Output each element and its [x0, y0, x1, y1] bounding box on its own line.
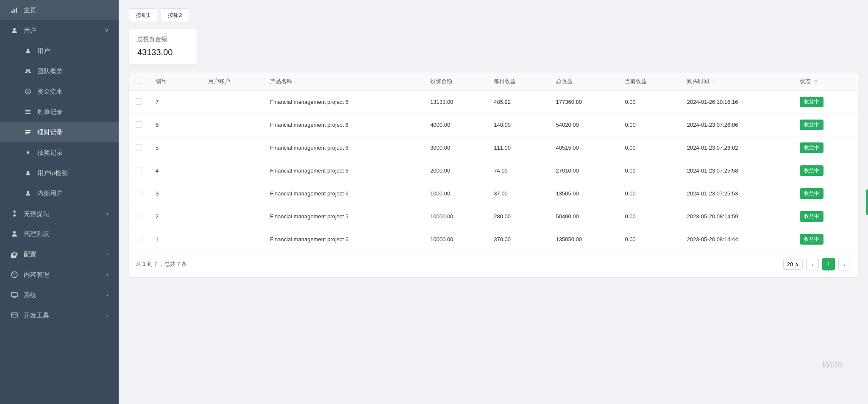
svg-rect-2 [16, 8, 17, 13]
row-daily: 148.00 [487, 114, 549, 137]
status-badge[interactable]: 收益中 [800, 234, 823, 245]
row-checkbox-cell[interactable] [129, 205, 149, 228]
svg-rect-0 [11, 11, 13, 13]
table-header-id[interactable]: 编号 ↑ [149, 72, 201, 91]
status-badge[interactable]: 收益中 [800, 97, 823, 107]
sidebar-item-system[interactable]: 系统 ‹ [0, 285, 119, 305]
row-status[interactable]: 收益中 [793, 91, 858, 114]
row-account [201, 205, 263, 228]
row-id: 2 [149, 205, 201, 228]
row-checkbox-cell[interactable] [129, 137, 149, 159]
sidebar-item-finance[interactable]: 理财记录 [0, 122, 119, 142]
row-checkbox[interactable] [136, 121, 142, 128]
row-account [201, 137, 263, 159]
row-time: 2023-05-20 08:14:44 [680, 228, 793, 251]
row-checkbox[interactable] [136, 98, 142, 105]
sidebar-item-recharge[interactable]: 充值提现 ‹ [0, 203, 119, 224]
row-total: 27010.00 [549, 159, 618, 182]
row-product: Financial management project 6 [263, 137, 423, 159]
sidebar-item-internal[interactable]: 内部用户 [0, 183, 119, 203]
row-account [201, 91, 263, 114]
select-all-checkbox[interactable] [136, 78, 142, 84]
sidebar-item-devtools-label: 开发工具 [24, 312, 102, 320]
row-status[interactable]: 收益中 [793, 159, 858, 182]
status-badge[interactable]: 收益中 [800, 142, 823, 153]
user-single-icon [24, 47, 32, 55]
table-header-product: 产品名称 [263, 72, 423, 91]
sidebar-item-devtools[interactable]: 开发工具 ‹ [0, 305, 119, 326]
row-total: 50400.00 [549, 205, 618, 228]
row-checkbox[interactable] [136, 213, 142, 219]
sidebar-item-recharge-label: 充值提现 [24, 210, 102, 218]
row-product: Financial management project 6 [263, 91, 423, 114]
table-header-time[interactable]: 购买时间 ↑ [680, 72, 793, 91]
row-account [201, 228, 263, 251]
action-btn-1[interactable]: 按钮1 [129, 8, 157, 22]
row-checkbox[interactable] [136, 236, 142, 242]
row-total: 135050.00 [549, 228, 618, 251]
row-amount: 2000.00 [423, 159, 487, 182]
svg-point-6 [28, 69, 30, 71]
row-amount: 10000.00 [423, 228, 487, 251]
row-total: 177360.80 [549, 91, 618, 114]
table-row: 7 Financial management project 6 13133.0… [129, 91, 858, 114]
table-header-status[interactable]: 状态 ▽ [793, 72, 858, 91]
sidebar-item-fund[interactable]: ¥ 资金流水 [0, 81, 119, 102]
prev-page-btn[interactable]: ‹ [806, 258, 819, 270]
svg-text:?: ? [13, 273, 16, 277]
page-1-btn[interactable]: 1 [822, 258, 835, 270]
row-checkbox-cell[interactable] [129, 91, 149, 114]
table-header-checkbox[interactable] [129, 72, 149, 91]
row-checkbox-cell[interactable] [129, 159, 149, 182]
sidebar-item-lottery[interactable]: 抽奖记录 [0, 142, 119, 163]
status-badge[interactable]: 收益中 [800, 188, 823, 199]
sidebar-item-config[interactable]: 配置 ‹ [0, 244, 119, 265]
stats-card-label: 总投资金额 [137, 36, 188, 43]
stats-card-value: 43133.00 [137, 47, 188, 57]
sidebar-item-home[interactable]: 主页 [0, 0, 119, 20]
svg-point-16 [27, 191, 29, 193]
row-status[interactable]: 收益中 [793, 137, 858, 159]
page-size-select[interactable]: 20 ∧ [783, 259, 803, 270]
filter-icon-status: ▽ [814, 79, 817, 84]
row-id: 6 [149, 114, 201, 137]
row-current: 0.00 [618, 159, 680, 182]
svg-rect-14 [25, 134, 29, 134]
row-status[interactable]: 收益中 [793, 205, 858, 228]
agent-icon [10, 230, 19, 238]
sidebar-item-agent[interactable]: 代理列表 [0, 224, 119, 244]
table-row: 3 Financial management project 6 1000.00… [129, 182, 858, 205]
row-product: Financial management project 6 [263, 114, 423, 137]
next-page-btn[interactable]: › [838, 258, 851, 270]
row-checkbox-cell[interactable] [129, 114, 149, 137]
row-checkbox[interactable] [136, 144, 142, 150]
row-checkbox-cell[interactable] [129, 228, 149, 251]
row-status[interactable]: 收益中 [793, 228, 858, 251]
row-current: 0.00 [618, 228, 680, 251]
table-header-amount: 投资金额 [423, 72, 487, 91]
status-badge[interactable]: 收益中 [800, 165, 823, 176]
row-amount: 3000.00 [423, 137, 487, 159]
status-badge[interactable]: 收益中 [800, 211, 823, 222]
row-amount: 13133.00 [423, 91, 487, 114]
row-time: 2024-01-23 07:26:06 [680, 114, 793, 137]
row-checkbox-cell[interactable] [129, 182, 149, 205]
sort-icon-time: ↑ [712, 79, 715, 84]
table-row: 5 Financial management project 6 3000.00… [129, 137, 858, 159]
sidebar-item-user-group[interactable]: 用户 ∨ [0, 20, 119, 41]
sidebar-item-team[interactable]: 团队概览 [0, 61, 119, 81]
sidebar-item-ip[interactable]: 用户ip检测 [0, 163, 119, 183]
row-status[interactable]: 收益中 [793, 182, 858, 205]
action-btn-2[interactable]: 按钮2 [161, 8, 189, 22]
sidebar-item-config-label: 配置 [24, 251, 102, 259]
sidebar-item-swipe[interactable]: 刷单记录 [0, 102, 119, 122]
row-time: 2024-01-23 07:25:53 [680, 182, 793, 205]
table-row: 6 Financial management project 6 4000.00… [129, 114, 858, 137]
row-checkbox[interactable] [136, 190, 142, 196]
sidebar-item-user[interactable]: 用户 [0, 41, 119, 61]
lottery-icon [24, 148, 32, 157]
row-checkbox[interactable] [136, 167, 142, 173]
sidebar-item-content[interactable]: ? 内容管理 ‹ [0, 265, 119, 285]
row-status[interactable]: 收益中 [793, 114, 858, 137]
status-badge[interactable]: 收益中 [800, 120, 823, 130]
